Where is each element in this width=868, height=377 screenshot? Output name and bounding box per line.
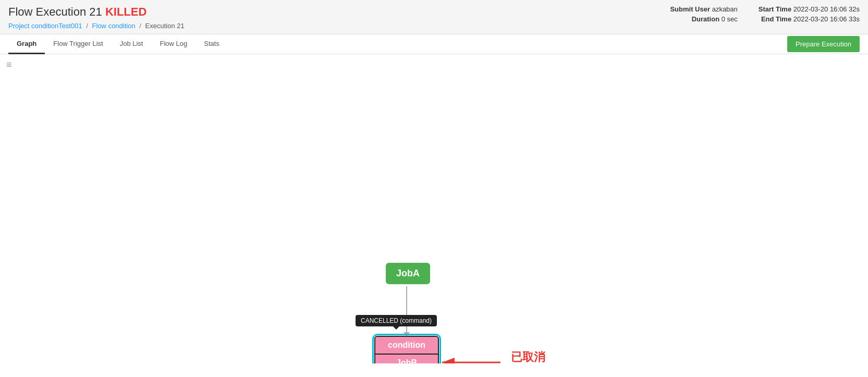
breadcrumb-project-name[interactable]: conditionTest001 bbox=[31, 22, 82, 30]
breadcrumb-execution: Execution 21 bbox=[145, 22, 185, 30]
breadcrumb-flow-label[interactable]: Flow bbox=[92, 22, 106, 30]
submit-user-value: azkaban bbox=[712, 5, 738, 13]
breadcrumb-sep1: / bbox=[86, 22, 88, 30]
breadcrumb: Project conditionTest001 / Flow conditio… bbox=[8, 22, 185, 30]
tabs-list: Graph Flow Trigger List Job List Flow Lo… bbox=[8, 34, 228, 54]
duration-line: Duration 0 sec bbox=[670, 15, 737, 23]
job-a-node[interactable]: JobA bbox=[386, 263, 430, 284]
composite-node[interactable]: condition JobB bbox=[374, 336, 439, 363]
header-left: Flow Execution 21 KILLED Project conditi… bbox=[8, 5, 185, 30]
annotation-label: 已取消 bbox=[511, 349, 545, 363]
tab-stats[interactable]: Stats bbox=[195, 34, 228, 54]
start-time-value: 2022-03-20 16:06 32s bbox=[793, 5, 860, 13]
tab-flow-trigger-list[interactable]: Flow Trigger List bbox=[45, 34, 111, 54]
tab-flow-log[interactable]: Flow Log bbox=[151, 34, 195, 54]
start-time-line: Start Time 2022-03-20 16:06 32s bbox=[759, 5, 860, 13]
graph-area: ≡ JobA CANCELLED (command) condition Job… bbox=[0, 54, 868, 363]
tab-graph[interactable]: Graph bbox=[8, 34, 45, 54]
prepare-execution-button[interactable]: Prepare Execution bbox=[787, 36, 860, 52]
breadcrumb-sep2: / bbox=[139, 22, 141, 30]
submit-user-label: Submit User bbox=[670, 5, 710, 13]
breadcrumb-project-label[interactable]: Project bbox=[8, 22, 29, 30]
flow-title-prefix: Flow Execution 21 bbox=[8, 5, 102, 18]
breadcrumb-flow-name[interactable]: condition bbox=[108, 22, 136, 30]
header: Flow Execution 21 KILLED Project conditi… bbox=[0, 0, 868, 34]
tabs-bar: Graph Flow Trigger List Job List Flow Lo… bbox=[0, 34, 868, 54]
tab-job-list[interactable]: Job List bbox=[112, 34, 152, 54]
condition-part: condition bbox=[375, 337, 438, 355]
graph-toolbar: ≡ bbox=[6, 59, 12, 70]
start-time-label: Start Time bbox=[759, 5, 791, 13]
end-time-label: End Time bbox=[761, 15, 791, 23]
job-b-part: JobB bbox=[375, 355, 438, 363]
flow-title-status: KILLED bbox=[105, 5, 146, 18]
annotation-arrow bbox=[438, 353, 506, 363]
duration-label: Duration bbox=[692, 15, 719, 23]
header-meta: Submit User azkaban Duration 0 sec Start… bbox=[670, 5, 860, 23]
duration-value: 0 sec bbox=[722, 15, 738, 23]
flow-title: Flow Execution 21 KILLED bbox=[8, 5, 185, 19]
meta-right-group: Start Time 2022-03-20 16:06 32s End Time… bbox=[759, 5, 860, 23]
end-time-line: End Time 2022-03-20 16:06 33s bbox=[759, 15, 860, 23]
submit-user-line: Submit User azkaban bbox=[670, 5, 737, 13]
meta-left-group: Submit User azkaban Duration 0 sec bbox=[670, 5, 737, 23]
end-time-value: 2022-03-20 16:06 33s bbox=[793, 15, 860, 23]
cancelled-tooltip: CANCELLED (command) bbox=[356, 315, 437, 326]
grid-icon[interactable]: ≡ bbox=[6, 59, 12, 70]
